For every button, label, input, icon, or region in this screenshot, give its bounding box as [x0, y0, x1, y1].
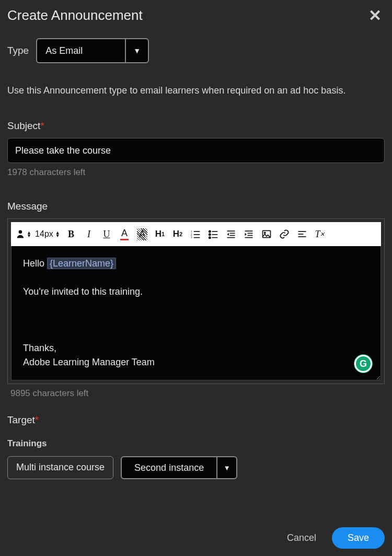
editor-line-signature: Adobe Learning Manager Team — [23, 355, 369, 369]
type-label: Type — [7, 45, 29, 56]
required-asterisk: * — [40, 120, 44, 131]
image-button[interactable] — [259, 227, 274, 241]
instance-select[interactable]: Second instance ▼ — [121, 456, 237, 479]
link-button[interactable] — [277, 227, 292, 241]
svg-point-11 — [209, 237, 211, 238]
svg-point-0 — [19, 230, 22, 234]
ordered-list-button[interactable]: 123 — [188, 227, 203, 241]
text-color-button[interactable]: A — [117, 227, 132, 241]
clear-format-button[interactable]: T✕ — [313, 227, 327, 241]
message-section: Message ▲▼ 14px ▲▼ B I U A A — [7, 201, 385, 399]
svg-point-9 — [209, 234, 211, 235]
modal-header: Create Announcement ✕ — [7, 7, 385, 24]
subject-section: Subject* 1978 characters left — [7, 120, 385, 178]
align-button[interactable] — [295, 227, 309, 241]
editor-line-greeting: Hello {LearnerName} — [23, 257, 369, 271]
svg-text:3: 3 — [191, 236, 192, 239]
heading1-button[interactable]: H1 — [153, 227, 167, 241]
type-description: Use this Announcement type to email lear… — [7, 84, 385, 97]
learner-name-token[interactable]: {LearnerName} — [47, 258, 116, 269]
subject-label: Subject* — [7, 120, 385, 132]
rich-text-editor: ▲▼ 14px ▲▼ B I U A A H1 H2 123 — [7, 218, 385, 384]
greeting-text: Hello — [23, 258, 47, 269]
modal-title: Create Announcement — [7, 7, 143, 24]
italic-button[interactable]: I — [82, 227, 96, 241]
target-section: Target* Trainings Multi instance course … — [7, 414, 385, 479]
cancel-button[interactable]: Cancel — [287, 532, 316, 543]
subject-label-text: Subject — [7, 120, 40, 131]
chevron-down-icon[interactable]: ▼ — [216, 457, 236, 478]
editor-line-thanks: Thanks, — [23, 341, 369, 355]
underline-button[interactable]: U — [99, 227, 114, 241]
bold-button[interactable]: B — [64, 227, 78, 241]
trainings-label: Trainings — [7, 438, 385, 449]
instance-select-value: Second instance — [122, 457, 216, 478]
person-icon[interactable]: ▲▼ — [16, 227, 31, 241]
create-announcement-modal: Create Announcement ✕ Type As Email ▼ Us… — [0, 0, 392, 479]
message-char-count: 9895 characters left — [10, 388, 385, 399]
svg-point-22 — [264, 232, 266, 234]
type-row: Type As Email ▼ — [7, 38, 385, 63]
grammarly-icon[interactable]: G — [354, 355, 372, 373]
type-select-value: As Email — [37, 39, 125, 62]
message-label: Message — [7, 201, 385, 212]
font-size-value: 14px — [35, 229, 53, 239]
modal-footer: Cancel Save — [287, 527, 385, 549]
training-chip[interactable]: Multi instance course — [7, 456, 113, 479]
editor-textarea[interactable]: Hello {LearnerName} You're invited to th… — [11, 246, 381, 380]
editor-line-invite: You're invited to this training. — [23, 285, 369, 299]
unordered-list-button[interactable] — [206, 227, 221, 241]
close-icon[interactable]: ✕ — [368, 8, 382, 24]
indent-button[interactable] — [241, 227, 256, 241]
chevron-down-icon[interactable]: ▼ — [125, 39, 148, 62]
heading2-button[interactable]: H2 — [170, 227, 185, 241]
outdent-button[interactable] — [224, 227, 238, 241]
save-button[interactable]: Save — [332, 527, 385, 549]
highlight-button[interactable]: A — [135, 227, 149, 241]
target-label: Target* — [7, 414, 385, 426]
subject-char-count: 1978 characters left — [7, 167, 385, 178]
required-asterisk: * — [35, 414, 39, 425]
svg-point-7 — [209, 231, 211, 233]
target-label-text: Target — [7, 414, 35, 425]
subject-input[interactable] — [7, 138, 385, 163]
type-select[interactable]: As Email ▼ — [36, 38, 149, 63]
editor-toolbar: ▲▼ 14px ▲▼ B I U A A H1 H2 123 — [11, 222, 381, 246]
font-size-select[interactable]: 14px ▲▼ — [34, 227, 61, 241]
trainings-row: Multi instance course Second instance ▼ — [7, 456, 385, 479]
